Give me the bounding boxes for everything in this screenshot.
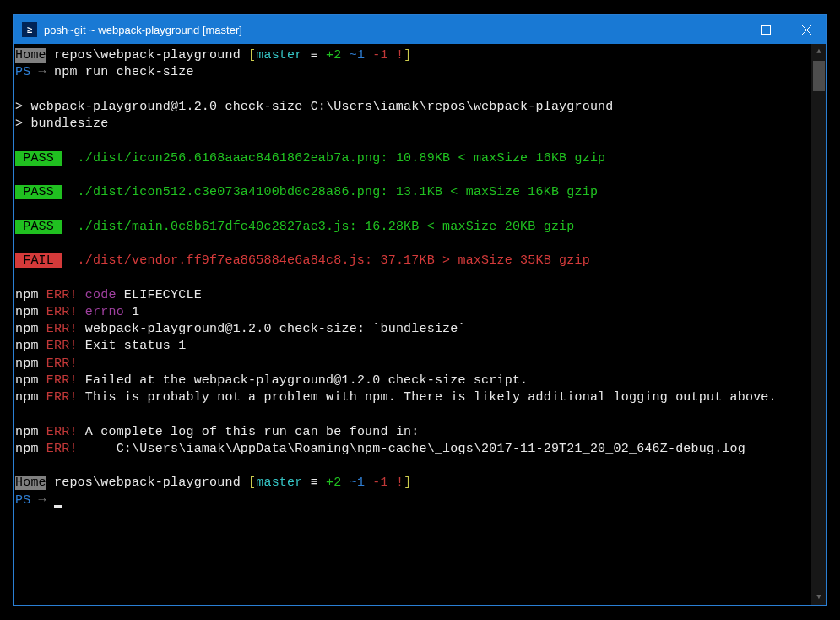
bracket: ]: [404, 48, 411, 63]
status-dirty: !: [396, 48, 404, 63]
prompt-home: Home: [15, 48, 46, 63]
minimize-button[interactable]: [705, 15, 745, 44]
result-text: ./dist/vendor.ff9f7ea865884e6a84c8.js: 3…: [62, 253, 590, 268]
err-key: code: [78, 288, 117, 302]
npm-label: npm: [15, 390, 39, 405]
npm-error-line: npm ERR!: [15, 356, 810, 373]
status-deleted: -1: [372, 48, 396, 63]
branch-name: master: [256, 48, 302, 63]
err-label: ERR!: [39, 305, 78, 319]
prompt-arrow: →: [30, 65, 54, 79]
status-added: +2: [326, 476, 341, 490]
npm-banner: > webpack-playground@1.2.0 check-size C:…: [15, 99, 810, 116]
titlebar[interactable]: ≥ posh~git ~ webpack-playground [master]: [14, 15, 826, 44]
scroll-down-icon[interactable]: ▼: [811, 590, 826, 605]
err-label: ERR!: [39, 288, 78, 302]
npm-error-line: npm ERR! code ELIFECYCLE: [15, 287, 810, 304]
npm-label: npm: [15, 373, 39, 388]
npm-error-line: npm ERR! Exit status 1: [15, 338, 810, 355]
err-label: ERR!: [39, 425, 78, 439]
branch-equal: ≡: [302, 476, 326, 490]
npm-label: npm: [15, 288, 39, 302]
err-msg: Exit status 1: [78, 339, 187, 353]
terminal-window: ≥ posh~git ~ webpack-playground [master]…: [13, 14, 827, 606]
status-badge: PASS: [15, 185, 62, 199]
status-added: +2: [326, 48, 341, 63]
status-deleted: -1: [372, 476, 396, 490]
err-label: ERR!: [39, 322, 78, 336]
prompt-input-line: PS → npm run check-size: [15, 64, 810, 81]
npm-label: npm: [15, 425, 39, 439]
npm-error-line: npm ERR! This is probably not a problem …: [15, 389, 810, 406]
maximize-button[interactable]: [745, 15, 786, 44]
err-label: ERR!: [39, 442, 78, 456]
npm-error-line: npm ERR! A complete log of this run can …: [15, 424, 810, 441]
powershell-icon: ≥: [22, 22, 37, 37]
prompt-input-line: PS →: [15, 492, 810, 509]
err-msg: webpack-playground@1.2.0 check-size: `bu…: [78, 322, 466, 336]
err-label: ERR!: [39, 339, 78, 353]
bracket: [: [248, 476, 256, 490]
result-fail: FAIL ./dist/vendor.ff9f7ea865884e6a84c8.…: [15, 253, 810, 269]
npm-label: npm: [15, 305, 39, 319]
err-msg: This is probably not a problem with npm.…: [78, 390, 777, 405]
prompt-path: repos\webpack-playground: [46, 476, 248, 490]
result-pass: PASS ./dist/main.0c8b617dfc40c2827ae3.js…: [15, 219, 810, 236]
window-controls: [705, 15, 826, 44]
err-key: errno: [78, 305, 124, 319]
prompt-line: Home repos\webpack-playground [master ≡ …: [15, 47, 810, 64]
npm-error-line: npm ERR! C:\Users\iamak\AppData\Roaming\…: [15, 441, 810, 458]
terminal-output[interactable]: Home repos\webpack-playground [master ≡ …: [14, 44, 811, 605]
npm-label: npm: [15, 442, 39, 456]
err-msg: Failed at the webpack-playground@1.2.0 c…: [78, 373, 528, 388]
prompt-path: repos\webpack-playground: [46, 48, 248, 63]
status-modified: ~1: [342, 476, 373, 490]
err-val: ELIFECYCLE: [117, 288, 202, 302]
err-label: ERR!: [39, 356, 78, 371]
bracket: [: [248, 48, 256, 63]
status-badge: PASS: [15, 220, 62, 234]
scroll-up-icon[interactable]: ▲: [811, 44, 826, 59]
svg-rect-1: [761, 25, 770, 34]
err-msg: C:\Users\iamak\AppData\Roaming\npm-cache…: [78, 442, 745, 456]
npm-error-line: npm ERR! errno 1: [15, 304, 810, 321]
prompt-ps: PS: [15, 65, 30, 79]
status-dirty: !: [396, 476, 404, 490]
scrollbar[interactable]: ▲ ▼: [811, 44, 826, 605]
status-modified: ~1: [342, 48, 373, 63]
prompt-line: Home repos\webpack-playground [master ≡ …: [15, 475, 810, 492]
result-pass: PASS ./dist/icon256.6168aaac8461862eab7a…: [15, 150, 810, 167]
branch-equal: ≡: [302, 48, 326, 63]
npm-banner: > bundlesize: [15, 116, 810, 133]
npm-error-line: npm ERR! webpack-playground@1.2.0 check-…: [15, 321, 810, 338]
result-pass: PASS ./dist/icon512.c3e073a4100bd0c28a86…: [15, 184, 810, 201]
result-text: ./dist/icon256.6168aaac8461862eab7a.png:…: [62, 151, 605, 166]
err-label: ERR!: [39, 390, 78, 405]
err-msg: A complete log of this run can be found …: [78, 425, 420, 439]
branch-name: master: [256, 476, 302, 490]
bracket: ]: [404, 476, 411, 490]
result-text: ./dist/icon512.c3e073a4100bd0c28a86.png:…: [62, 185, 598, 199]
status-badge: FAIL: [15, 253, 62, 268]
prompt-ps: PS: [15, 493, 30, 508]
prompt-home: Home: [15, 476, 46, 490]
command-text: npm run check-size: [54, 65, 194, 79]
cursor: [54, 505, 62, 508]
err-label: ERR!: [39, 373, 78, 388]
err-val: 1: [124, 305, 139, 319]
result-text: ./dist/main.0c8b617dfc40c2827ae3.js: 16.…: [62, 220, 574, 234]
npm-label: npm: [15, 322, 39, 336]
npm-label: npm: [15, 356, 39, 371]
npm-label: npm: [15, 339, 39, 353]
scroll-thumb[interactable]: [813, 61, 825, 91]
close-button[interactable]: [786, 15, 826, 44]
npm-error-line: npm ERR! Failed at the webpack-playgroun…: [15, 373, 810, 389]
window-title: posh~git ~ webpack-playground [master]: [44, 24, 705, 36]
status-badge: PASS: [15, 151, 62, 166]
prompt-arrow: →: [30, 493, 54, 508]
